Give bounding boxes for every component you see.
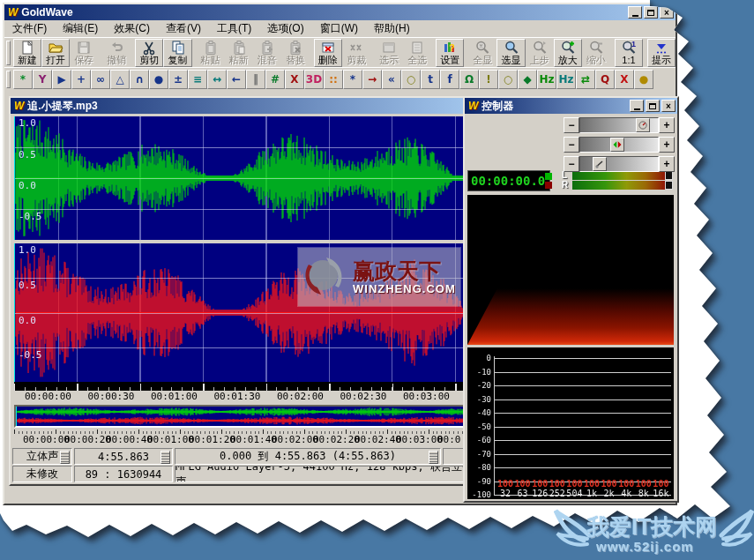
menu-item-6[interactable]: 窗口(W) (312, 19, 366, 38)
shift-left-effect-button[interactable]: ← (227, 70, 246, 89)
envelope-icon: ∞ (96, 73, 105, 86)
alert-knob-effect-button[interactable]: ! (479, 70, 498, 89)
play-end-effect-button[interactable]: ▶ (52, 70, 71, 89)
overview-panel[interactable] (14, 405, 474, 428)
spectrum-db-label: -100 (467, 490, 491, 499)
offset-effect-button[interactable]: ± (168, 70, 188, 89)
menu-item-2[interactable]: 效果(C) (106, 19, 158, 38)
time-display[interactable]: 00:00:00.0 (467, 170, 550, 191)
menu-item-4[interactable]: 工具(T) (209, 19, 259, 38)
hz-play-effect-button[interactable]: Hz (537, 70, 556, 89)
speed-slider-thumb[interactable] (610, 138, 624, 152)
minimize-button[interactable] (628, 6, 642, 19)
zoom-all-magnifier-icon (474, 40, 490, 55)
menu-item-1[interactable]: 编辑(E) (55, 19, 106, 38)
trim-xx-icon (348, 40, 364, 55)
volume-slider-track[interactable] (579, 156, 659, 172)
spectrum-analyzer[interactable]: 0-10-20-30-40-50-60-70-80-90-10010010010… (467, 347, 674, 499)
status-spin-button[interactable] (429, 451, 438, 464)
matrix-x-effect-button[interactable]: X (285, 70, 304, 89)
compress-effect-button[interactable]: « (382, 70, 401, 89)
volume-slider-decrease-button[interactable]: − (564, 156, 579, 172)
menu-item-7[interactable]: 帮助(H) (366, 19, 418, 38)
balance-effect-button[interactable]: ◆ (518, 70, 537, 89)
visual-display[interactable] (467, 195, 674, 345)
dots-knob-effect-button[interactable]: ○ (498, 70, 518, 89)
zoom-in-magnifier-button[interactable]: 放大 (554, 39, 582, 67)
volume-slider-increase-button[interactable]: + (659, 156, 675, 172)
menu-item-0[interactable]: 文件(F) (4, 19, 55, 38)
evaluator-effect-button[interactable]: Y (33, 70, 52, 89)
zoom-selection-magnifier-button[interactable]: 选显 (496, 39, 525, 67)
speed-slider-track[interactable] (579, 137, 659, 153)
hint-dropdown-button[interactable]: 提示 (647, 39, 676, 67)
close-button[interactable]: × (660, 6, 674, 19)
silence-effect-button[interactable]: ‖ (246, 70, 265, 89)
rings-effect-button[interactable]: Ω (459, 70, 479, 89)
time-knob-effect-button[interactable]: t (421, 70, 440, 89)
status-spin-button[interactable] (161, 451, 170, 464)
zoom-1-1-magnifier-button[interactable]: 11:1 (615, 39, 643, 67)
controller-minimize-button[interactable] (630, 100, 644, 112)
effect-3d-effect-button[interactable]: 3D (304, 70, 324, 89)
main-title-bar[interactable]: W GoldWave × (4, 4, 676, 20)
palette-effect-button[interactable]: :: (324, 70, 343, 89)
controller-maximize-button[interactable] (646, 100, 660, 112)
maximize-button[interactable] (644, 6, 658, 19)
mute-effect-button[interactable]: X (615, 70, 634, 89)
time-ruler-label: 00:01:30 (214, 391, 261, 402)
mechanize-effect-button[interactable]: ● (149, 70, 168, 89)
knob-effect-button[interactable]: ○ (401, 70, 421, 89)
palette-icon: :: (329, 73, 338, 86)
balance-slider-thumb[interactable] (636, 118, 650, 132)
new-file-button[interactable]: 新建 (13, 39, 41, 67)
timer-effect-button[interactable]: ● (634, 70, 653, 89)
cut-scissors-button[interactable]: 剪切 (135, 39, 163, 67)
hz-resample-effect-button[interactable]: Hz (556, 70, 576, 89)
selection-range-text: 0.000 到 4:55.863 (4:55.863) (220, 449, 396, 464)
left-channel-waveform[interactable]: 1.00.50.0-0.5 (14, 116, 474, 240)
amplitude-label: 1.0 (19, 244, 36, 256)
volume-slider-thumb[interactable] (593, 157, 607, 171)
speed-slider-increase-button[interactable]: + (659, 137, 675, 153)
balance-slider-track[interactable] (579, 117, 659, 133)
balance-icon: ◆ (523, 73, 531, 86)
invert-effect-button[interactable]: ∩ (130, 70, 149, 89)
balance-slider-decrease-button[interactable]: − (564, 117, 579, 133)
52ij-url: www.52ij.com (596, 539, 694, 554)
toolbar-grip-handle[interactable] (6, 41, 11, 65)
open-folder-button[interactable]: 打开 (41, 39, 70, 67)
status-spin-button[interactable] (60, 451, 70, 464)
format-status-bar: 未修改 89 : 1630944 MPEG Audio Layer-3, 441… (11, 466, 484, 483)
equalizer-effect-button[interactable]: ≡ (188, 70, 207, 89)
swap-channels-effect-button[interactable]: ⇄ (576, 70, 595, 89)
envelope-effect-button[interactable]: ∞ (91, 70, 110, 89)
amplitude-gridline (14, 313, 474, 314)
settings-question-button[interactable]: ?设置 (436, 39, 464, 67)
controller-title-bar[interactable]: W 控制器 × (465, 98, 677, 114)
interpolate-effect-button[interactable]: * (13, 70, 33, 89)
copy-pages-button[interactable]: 复制 (163, 39, 191, 67)
effects-toolbar-grip-handle[interactable] (6, 71, 11, 88)
controller-close-button[interactable]: × (661, 100, 676, 112)
pan-effect-button[interactable]: ↔ (207, 70, 227, 89)
adjust-effect-button[interactable]: + (71, 70, 91, 89)
freq-knob-effect-button[interactable]: f (440, 70, 459, 89)
zoom-alert-effect-button[interactable]: Q (595, 70, 615, 89)
menu-item-3[interactable]: 查看(V) (158, 19, 209, 38)
document-title-bar[interactable]: W 追.小提琴.mp3 (11, 98, 481, 114)
matrix-effect-button[interactable]: # (265, 70, 285, 89)
spectrum-freq-label: 8k (635, 489, 653, 498)
zoom-out-magnifier-icon (588, 40, 604, 55)
spectrum-peak-label: 100 (617, 479, 635, 489)
doppler-effect-button[interactable]: △ (110, 70, 130, 89)
spark-effect-button[interactable]: * (343, 70, 362, 89)
balance-slider-increase-button[interactable]: + (659, 117, 675, 133)
zoom-1-1-magnifier-icon: 1 (621, 40, 637, 55)
spectrum-gridline (494, 467, 671, 468)
delete-x-button[interactable]: 删除 (314, 39, 342, 67)
speed-slider-decrease-button[interactable]: − (564, 137, 579, 153)
menu-item-5[interactable]: 选项(O) (259, 19, 311, 38)
spectrum-freq-label: 4k (617, 489, 635, 498)
flange-effect-button[interactable]: → (362, 70, 382, 89)
